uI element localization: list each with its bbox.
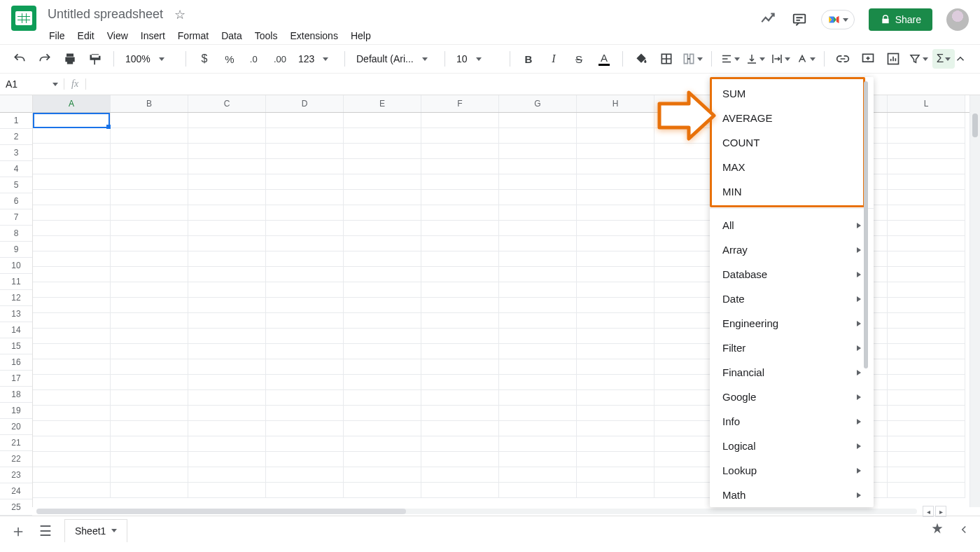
cell[interactable] <box>499 205 577 221</box>
cell[interactable] <box>577 205 654 221</box>
cell[interactable] <box>421 298 499 313</box>
merge-cells-button[interactable] <box>680 49 704 69</box>
column-header[interactable]: B <box>111 95 188 112</box>
cell[interactable] <box>344 390 421 406</box>
row-header[interactable]: 16 <box>0 354 32 371</box>
cell[interactable] <box>188 329 266 344</box>
fn-item-average[interactable]: AVERAGE <box>710 106 874 130</box>
text-color-button[interactable]: A <box>593 49 615 69</box>
cell[interactable] <box>111 375 188 390</box>
cell[interactable] <box>188 483 266 498</box>
cell[interactable] <box>266 390 344 406</box>
cell[interactable] <box>499 467 577 483</box>
cell[interactable] <box>888 267 965 282</box>
cell[interactable] <box>188 159 266 174</box>
cell[interactable] <box>111 329 188 344</box>
cell[interactable] <box>888 313 965 329</box>
cell[interactable] <box>33 421 111 436</box>
cell[interactable] <box>577 174 654 190</box>
strikethrough-button[interactable]: S <box>568 49 590 69</box>
cell[interactable] <box>266 359 344 375</box>
vertical-align-button[interactable] <box>744 49 766 69</box>
fn-category-database[interactable]: Database <box>710 262 874 287</box>
cell[interactable] <box>421 344 499 359</box>
cell[interactable] <box>499 251 577 267</box>
cell[interactable] <box>111 313 188 329</box>
cell[interactable] <box>577 251 654 267</box>
cell[interactable] <box>266 190 344 205</box>
row-header[interactable]: 25 <box>0 499 32 516</box>
cell[interactable] <box>577 359 654 375</box>
cell[interactable] <box>344 205 421 221</box>
cell[interactable] <box>344 421 421 436</box>
cell[interactable] <box>421 190 499 205</box>
cell[interactable] <box>111 436 188 452</box>
cell[interactable] <box>111 452 188 467</box>
row-header[interactable]: 18 <box>0 387 32 403</box>
cell[interactable] <box>577 390 654 406</box>
cell[interactable] <box>188 251 266 267</box>
cell[interactable] <box>577 236 654 251</box>
cell[interactable] <box>577 421 654 436</box>
column-header[interactable]: D <box>266 95 344 112</box>
cell[interactable] <box>888 113 965 128</box>
row-header[interactable]: 10 <box>0 258 32 274</box>
row-header[interactable]: 24 <box>0 483 32 499</box>
comments-icon[interactable] <box>792 12 807 27</box>
fn-category-array[interactable]: Array <box>710 237 874 262</box>
cell[interactable] <box>577 329 654 344</box>
borders-button[interactable] <box>655 49 678 69</box>
cell[interactable] <box>499 174 577 190</box>
cell[interactable] <box>499 221 577 236</box>
cell[interactable] <box>421 221 499 236</box>
cell[interactable] <box>111 483 188 498</box>
cell[interactable] <box>111 113 188 128</box>
all-sheets-button[interactable]: ☰ <box>39 523 52 539</box>
insert-chart-button[interactable] <box>882 49 904 69</box>
cell[interactable] <box>33 267 111 282</box>
row-header[interactable]: 19 <box>0 403 32 419</box>
cell[interactable] <box>266 375 344 390</box>
cell[interactable] <box>266 298 344 313</box>
row-header[interactable]: 14 <box>0 322 32 338</box>
cell[interactable] <box>421 282 499 298</box>
column-header[interactable]: A <box>33 95 111 112</box>
cell[interactable] <box>188 144 266 159</box>
activity-icon[interactable] <box>760 9 778 30</box>
explore-button[interactable] <box>930 522 945 540</box>
decrease-decimal-button[interactable]: .0 <box>244 49 266 69</box>
side-panel-toggle[interactable] <box>958 523 970 539</box>
scroll-right-button[interactable]: ▸ <box>935 506 946 517</box>
column-header[interactable]: G <box>499 95 577 112</box>
cell[interactable] <box>111 159 188 174</box>
cell[interactable] <box>499 113 577 128</box>
cell[interactable] <box>266 144 344 159</box>
row-header[interactable]: 12 <box>0 290 32 306</box>
vertical-scrollbar[interactable] <box>969 95 980 507</box>
cell[interactable] <box>888 236 965 251</box>
cell[interactable] <box>888 282 965 298</box>
cell[interactable] <box>577 406 654 421</box>
menu-tools[interactable]: Tools <box>249 27 284 44</box>
cell[interactable] <box>344 159 421 174</box>
cell[interactable] <box>888 205 965 221</box>
cell[interactable] <box>33 174 111 190</box>
cell[interactable] <box>344 436 421 452</box>
cell[interactable] <box>577 483 654 498</box>
cell[interactable] <box>111 467 188 483</box>
cell[interactable] <box>888 390 965 406</box>
cell[interactable] <box>111 205 188 221</box>
fn-category-engineering[interactable]: Engineering <box>710 311 874 336</box>
name-box[interactable]: A1 <box>0 78 64 90</box>
cell[interactable] <box>421 359 499 375</box>
cell[interactable] <box>888 452 965 467</box>
row-header[interactable]: 2 <box>0 129 32 145</box>
cell[interactable] <box>499 436 577 452</box>
fn-category-math[interactable]: Math <box>710 483 874 507</box>
cell[interactable] <box>111 282 188 298</box>
cell[interactable] <box>421 267 499 282</box>
cell[interactable] <box>888 329 965 344</box>
cell[interactable] <box>266 267 344 282</box>
cell[interactable] <box>499 298 577 313</box>
cell[interactable] <box>577 144 654 159</box>
